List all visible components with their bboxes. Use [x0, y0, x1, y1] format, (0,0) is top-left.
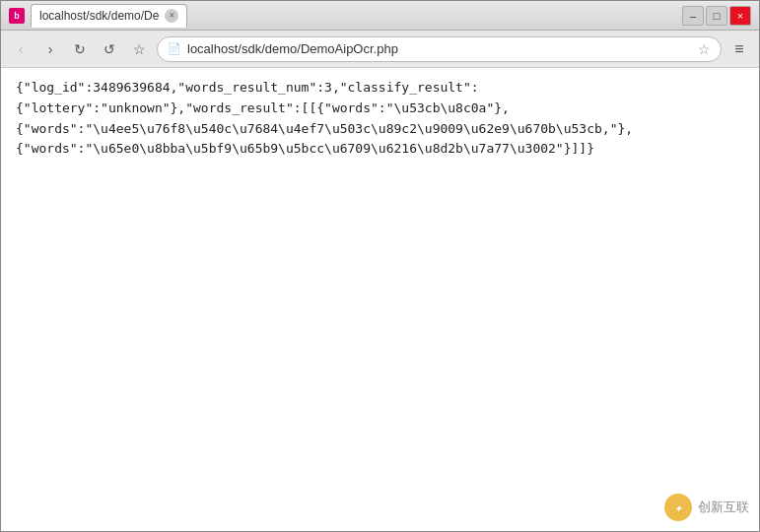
menu-button[interactable]: ≡ — [727, 37, 751, 61]
browser-favicon: b — [9, 8, 25, 24]
watermark-logo: ✦ — [664, 494, 692, 521]
minimize-button[interactable]: – — [682, 6, 704, 26]
json-response: {"log_id":3489639684,"words_result_num":… — [16, 78, 744, 160]
url-text: localhost/sdk/demo/DemoAipOcr.php — [187, 41, 692, 56]
hamburger-icon: ≡ — [734, 40, 743, 58]
refresh-icon: ↻ — [74, 41, 86, 57]
back-button[interactable]: ‹ — [9, 37, 33, 61]
file-icon: 📄 — [168, 42, 181, 55]
close-button[interactable]: × — [729, 6, 751, 26]
tab-close-button[interactable]: × — [165, 9, 178, 23]
maximize-button[interactable]: □ — [706, 6, 727, 26]
watermark-text: 创新互联 — [698, 498, 749, 518]
undo-icon: ↺ — [104, 41, 115, 57]
favorite-icon[interactable]: ☆ — [698, 41, 711, 57]
watermark: ✦ 创新互联 — [664, 494, 749, 521]
forward-icon: › — [48, 41, 53, 57]
tab-label: localhost/sdk/demo/De — [39, 9, 159, 23]
bookmark-button[interactable]: ☆ — [127, 37, 151, 61]
browser-tab[interactable]: localhost/sdk/demo/De × — [31, 4, 187, 28]
browser-window: b localhost/sdk/demo/De × – □ × ‹ › — [0, 0, 760, 532]
address-bar: ‹ › ↻ ↺ ☆ 📄 localhost/sdk/demo/DemoAipOc… — [1, 31, 759, 68]
address-input[interactable]: 📄 localhost/sdk/demo/DemoAipOcr.php ☆ — [157, 36, 722, 62]
page-content: {"log_id":3489639684,"words_result_num":… — [1, 68, 759, 531]
back-icon: ‹ — [19, 41, 24, 57]
undo-button[interactable]: ↺ — [98, 37, 121, 61]
title-bar: b localhost/sdk/demo/De × – □ × — [1, 1, 759, 31]
window-controls: – □ × — [682, 6, 751, 26]
forward-button[interactable]: › — [38, 37, 62, 61]
refresh-button[interactable]: ↻ — [68, 37, 92, 61]
star-icon: ☆ — [133, 41, 146, 57]
